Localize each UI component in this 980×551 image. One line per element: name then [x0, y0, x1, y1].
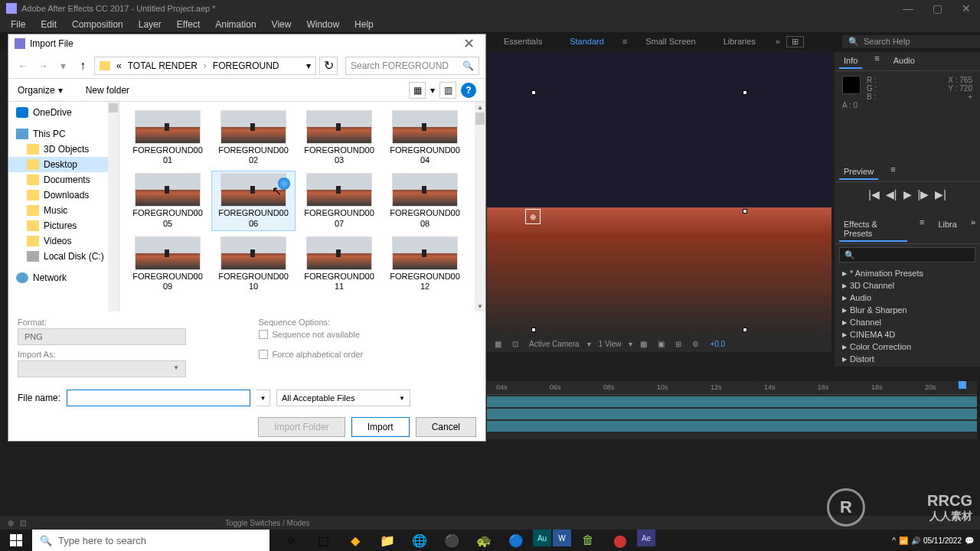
viewport-content[interactable]: ⊕ [487, 52, 831, 335]
taskbar-record-icon[interactable]: ⬤ [605, 530, 635, 551]
workspace-essentials[interactable]: Essentials [490, 37, 556, 46]
transform-handle[interactable] [743, 209, 747, 214]
breadcrumb-dropdown-icon[interactable]: ▾ [306, 60, 311, 71]
workspace-tool-icon[interactable]: ⊞ [786, 36, 804, 47]
timeline-track[interactable] [487, 409, 977, 419]
transform-handle[interactable] [531, 90, 536, 95]
file-item[interactable]: FOREGROUND00 11 [297, 234, 381, 294]
workspace-menu-icon[interactable]: ≡ [618, 37, 632, 46]
sequence-checkbox[interactable] [259, 330, 268, 339]
taskbar-ae-icon[interactable]: Ae [637, 530, 655, 546]
effects-category[interactable]: ▶Channel [839, 316, 975, 328]
taskbar-search-input[interactable]: 🔍 Type here to search [32, 530, 270, 551]
menu-view[interactable]: View [264, 19, 299, 30]
file-item[interactable]: FOREGROUND00 09 [126, 234, 210, 294]
file-item[interactable]: FOREGROUND00 05 [126, 171, 210, 230]
minimize-button[interactable]: — [900, 3, 916, 14]
taskbar-app-icon[interactable]: ◆ [340, 530, 371, 551]
scrollbar-thumb[interactable] [109, 103, 118, 112]
scroll-up-button[interactable]: ▲ [475, 102, 485, 112]
sidebar-item-3d-objects[interactable]: 3D Objects [8, 142, 119, 157]
file-grid[interactable]: FOREGROUND00 01FOREGROUND00 02FOREGROUND… [119, 102, 485, 311]
sidebar-item-pictures[interactable]: Pictures [8, 218, 119, 233]
breadcrumb-bar[interactable]: « TOTAL RENDER › FOREGROUND ▾ [94, 57, 316, 75]
dropdown-icon[interactable]: ▾ [587, 340, 591, 348]
last-frame-button[interactable]: ▶| [935, 188, 946, 201]
play-button[interactable]: ▶ [903, 188, 912, 201]
filetype-select[interactable]: All Acceptable Files ▼ [276, 390, 410, 406]
effects-category[interactable]: ▶Distort [839, 353, 975, 365]
next-frame-button[interactable]: |▶ [918, 188, 929, 201]
folder-search-input[interactable]: Search FOREGROUND 🔍 [345, 57, 479, 75]
viewport-tool-icon[interactable]: ⊞ [672, 340, 684, 348]
viewport-tool-icon[interactable]: ⊡ [509, 340, 521, 348]
file-item[interactable]: FOREGROUND00 01 [126, 108, 210, 168]
file-item[interactable]: FOREGROUND00 04 [383, 108, 467, 168]
file-item[interactable]: FOREGROUND00 06 [211, 171, 296, 230]
effects-search-input[interactable]: 🔍 [839, 247, 975, 262]
exposure-value[interactable]: +0.0 [707, 340, 728, 348]
file-item[interactable]: FOREGROUND00 12 [383, 234, 467, 294]
tray-up-icon[interactable]: ^ [892, 536, 896, 545]
menu-file[interactable]: File [3, 19, 33, 30]
start-button[interactable] [0, 530, 32, 551]
taskbar-audition-icon[interactable]: Au [533, 530, 551, 546]
view-mode-button[interactable]: ▦ [409, 82, 426, 99]
active-camera-label[interactable]: Active Camera [526, 340, 583, 348]
toggle-switches-label[interactable]: Toggle Switches / Modes [225, 519, 310, 527]
camera-marker-icon[interactable]: ⊕ [525, 209, 541, 224]
force-alpha-checkbox[interactable] [259, 350, 268, 359]
taskbar-app-icon[interactable]: 🗑 [573, 530, 603, 551]
taskbar-app-icon[interactable]: 🐢 [469, 530, 499, 551]
status-tool-icon[interactable]: ⊡ [20, 519, 26, 527]
viewport-tool-icon[interactable]: ⚙ [689, 340, 702, 348]
effects-category[interactable]: ▶Blur & Sharpen [839, 304, 975, 316]
timeline-playhead[interactable] [959, 381, 966, 389]
system-tray[interactable]: ^ 📶 🔊 05/11/2022 💬 [892, 536, 980, 545]
timeline-track[interactable] [487, 421, 977, 432]
taskbar-chrome-icon[interactable]: 🌐 [404, 530, 435, 551]
file-item[interactable]: FOREGROUND00 03 [297, 108, 381, 168]
transform-handle[interactable] [743, 328, 747, 332]
tab-audio[interactable]: Audio [889, 54, 920, 69]
composition-viewport[interactable]: ⊕ ▦ ⊡ Active Camera ▾ 1 View ▾ ▦ ▣ ⊞ ⚙ +… [487, 52, 831, 343]
taskbar-explorer-icon[interactable]: 📁 [372, 530, 403, 551]
tab-effects[interactable]: Effects & Presets [839, 217, 907, 242]
timeline-panel[interactable]: 04s 06s 08s 10s 12s 14s 16s 18s 20s [487, 381, 977, 439]
menu-animation[interactable]: Animation [207, 19, 263, 30]
search-icon[interactable]: 🔍 [462, 60, 474, 71]
breadcrumb-part[interactable]: FOREGROUND [213, 60, 279, 71]
taskbar-taskview-icon[interactable]: ▢ [308, 530, 338, 551]
menu-effect[interactable]: Effect [169, 19, 207, 30]
timeline-ruler[interactable]: 04s 06s 08s 10s 12s 14s 16s 18s 20s [487, 381, 977, 395]
tab-libraries[interactable]: Libra [933, 217, 961, 242]
workspace-small-screen[interactable]: Small Screen [632, 37, 709, 46]
workspace-overflow-icon[interactable]: » [769, 37, 786, 46]
file-item[interactable]: FOREGROUND00 10 [211, 234, 296, 294]
maximize-button[interactable]: ▢ [929, 3, 945, 14]
nav-up-button[interactable]: ↑ [74, 57, 91, 74]
sidebar-item-desktop[interactable]: Desktop [8, 157, 119, 172]
effects-category[interactable]: ▶Audio [839, 292, 975, 304]
sidebar-scrollbar[interactable] [108, 102, 119, 311]
breadcrumb-part[interactable]: TOTAL RENDER [128, 60, 198, 71]
organize-button[interactable]: Organize ▾ [18, 85, 63, 96]
sidebar-item-local-disk[interactable]: Local Disk (C:) [8, 249, 119, 264]
tab-info[interactable]: Info [839, 54, 862, 69]
tray-notifications-icon[interactable]: 💬 [965, 536, 974, 545]
sidebar-item-music[interactable]: Music [8, 203, 119, 218]
effects-category[interactable]: ▶Color Correction [839, 341, 975, 353]
new-folder-button[interactable]: New folder [86, 85, 129, 96]
menu-window[interactable]: Window [299, 19, 347, 30]
scrollbar-thumb[interactable] [475, 112, 485, 125]
effects-category[interactable]: ▶* Animation Presets [839, 267, 975, 279]
filename-input[interactable] [67, 390, 250, 406]
import-folder-button[interactable]: Import Folder [258, 417, 345, 437]
nav-back-button[interactable]: ← [15, 57, 31, 74]
taskbar-cortana-icon[interactable]: ○ [276, 530, 306, 551]
preview-pane-button[interactable]: ▥ [439, 82, 456, 99]
taskbar-word-icon[interactable]: W [553, 530, 571, 546]
viewport-tool-icon[interactable]: ▦ [492, 340, 505, 348]
dialog-close-button[interactable]: ✕ [459, 35, 479, 52]
file-item[interactable]: FOREGROUND00 08 [383, 171, 467, 230]
